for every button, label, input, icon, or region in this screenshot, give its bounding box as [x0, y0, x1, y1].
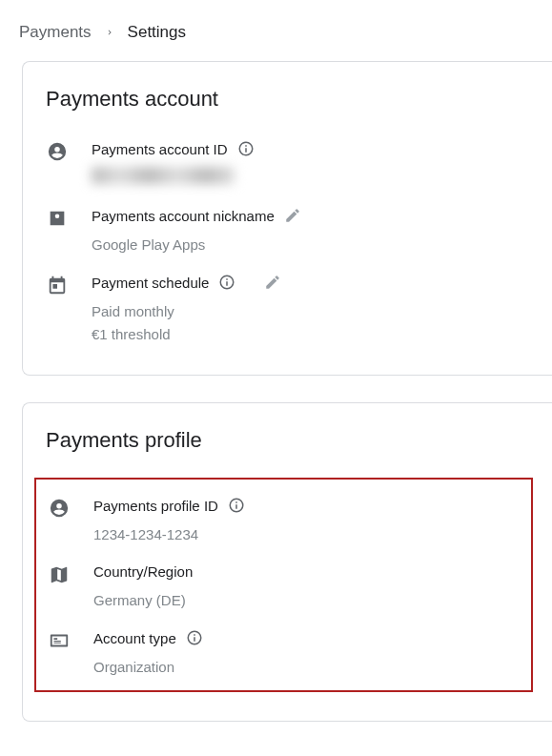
schedule-label: Payment schedule [92, 275, 209, 291]
card-title: Payments profile [46, 428, 529, 453]
nickname-value: Google Play Apps [92, 234, 529, 256]
schedule-value-1: Paid monthly [92, 300, 529, 323]
person-icon [46, 140, 69, 163]
row-account-id: Payments account ID [46, 140, 529, 190]
account-id-label: Payments account ID [92, 141, 228, 157]
account-type-label: Account type [93, 630, 176, 646]
breadcrumb-current: Settings [128, 23, 186, 42]
row-country: Country/Region Germany (DE) [48, 563, 520, 612]
info-icon[interactable] [186, 629, 203, 646]
breadcrumb: Payments Settings [0, 0, 552, 61]
row-schedule: Payment schedule Paid monthly €1 thresho… [46, 274, 529, 346]
edit-icon[interactable] [284, 207, 301, 224]
payments-profile-card: Payments profile Payments profile ID 123… [22, 402, 552, 722]
info-icon[interactable] [237, 140, 255, 157]
country-value: Germany (DE) [93, 589, 520, 612]
person-icon [48, 497, 71, 520]
badge-icon [46, 207, 69, 230]
schedule-value-2: €1 threshold [92, 323, 529, 346]
edit-icon[interactable] [264, 274, 281, 291]
breadcrumb-payments[interactable]: Payments [19, 23, 92, 42]
map-icon [48, 563, 71, 586]
account-id-value-redacted [92, 167, 235, 184]
profile-id-label: Payments profile ID [93, 498, 218, 514]
calendar-icon [46, 274, 69, 296]
row-nickname: Payments account nickname Google Play Ap… [46, 207, 529, 256]
card-icon [48, 629, 71, 652]
info-icon[interactable] [228, 497, 245, 514]
country-label: Country/Region [93, 563, 193, 580]
row-profile-id: Payments profile ID 1234-1234-1234 [48, 497, 520, 546]
card-title: Payments account [46, 87, 529, 112]
row-account-type: Account type Organization [48, 629, 520, 679]
chevron-right-icon [105, 28, 114, 37]
payments-account-card: Payments account Payments account ID Pay… [22, 61, 552, 376]
highlight-box: Payments profile ID 1234-1234-1234 Count… [34, 478, 533, 692]
profile-id-value: 1234-1234-1234 [93, 523, 520, 546]
account-type-value: Organization [93, 656, 520, 679]
nickname-label: Payments account nickname [92, 208, 275, 224]
info-icon[interactable] [218, 274, 235, 291]
